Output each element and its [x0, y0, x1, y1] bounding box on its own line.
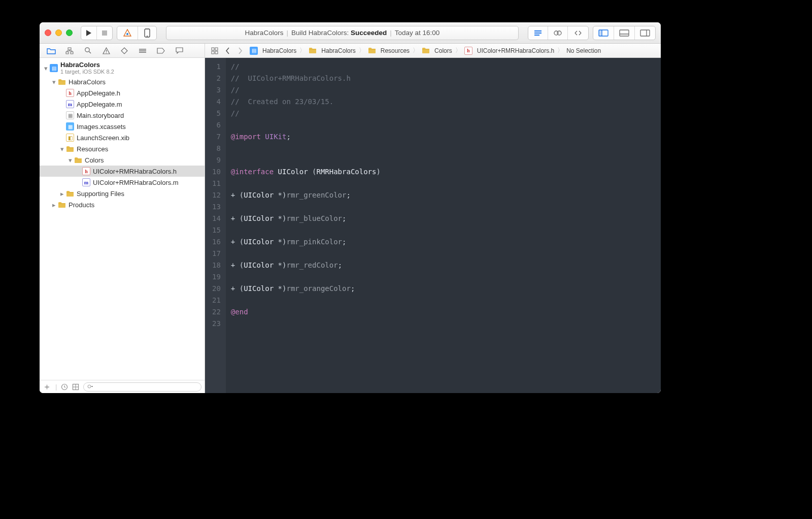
main-area: ▾▤HabraColors1 target, iOS SDK 8.2▾Habra… — [40, 58, 661, 393]
tree-row[interactable]: ▾HabraColors — [40, 76, 205, 87]
stop-button[interactable] — [96, 26, 112, 40]
code-line[interactable]: // Created on 23/03/15. — [231, 96, 381, 108]
zoom-button[interactable] — [66, 29, 73, 36]
find-navigator-tab[interactable] — [79, 44, 96, 57]
code-line[interactable]: // UIColor+RMRHabraColors.h — [231, 73, 381, 84]
disclosure-triangle[interactable]: ▸ — [51, 202, 57, 208]
related-items-button[interactable] — [209, 46, 220, 55]
breadcrumb-item[interactable]: HabraColors — [307, 47, 357, 55]
symbol-navigator-tab[interactable] — [61, 44, 78, 57]
breadcrumb-label: Colors — [434, 47, 452, 54]
tree-row[interactable]: ▸hAppDelegate.h — [40, 87, 205, 99]
code-line[interactable]: + (UIColor *)rmr_greenColor; — [231, 189, 381, 201]
code-line[interactable] — [231, 224, 381, 236]
code-area[interactable]: //// UIColor+RMRHabraColors.h//// Create… — [226, 58, 381, 393]
tree-label: Images.xcassets — [77, 123, 126, 131]
breadcrumb-item[interactable]: Colors — [420, 47, 454, 55]
tree-label: Colors — [85, 156, 104, 164]
tree-row[interactable]: ▸Products — [40, 199, 205, 210]
back-button[interactable] — [222, 46, 233, 55]
disclosure-triangle[interactable]: ▾ — [59, 146, 65, 152]
tree-row[interactable]: ▸▦Main.storyboard — [40, 110, 205, 121]
line-number: 21 — [212, 295, 221, 306]
scm-filter-button[interactable] — [72, 383, 79, 391]
right-panel-icon — [640, 29, 650, 37]
tree-row[interactable]: ▸mUIColor+RMRHabraColors.m — [40, 177, 205, 188]
scheme-app[interactable] — [117, 26, 138, 40]
tree-row[interactable]: ▾Colors — [40, 154, 205, 166]
minimize-button[interactable] — [55, 29, 62, 36]
run-button[interactable] — [81, 26, 96, 40]
tree-row[interactable]: ▸◧LaunchScreen.xib — [40, 132, 205, 143]
file-tree[interactable]: ▾▤HabraColors1 target, iOS SDK 8.2▾Habra… — [40, 58, 205, 380]
code-line[interactable]: @end — [231, 306, 381, 318]
code-line[interactable]: // — [231, 108, 381, 119]
disclosure-triangle[interactable]: ▾ — [51, 79, 57, 85]
diamond-icon — [121, 47, 128, 54]
forward-button[interactable] — [235, 46, 246, 55]
code-line[interactable] — [231, 248, 381, 260]
close-button[interactable] — [45, 29, 51, 36]
tree-row[interactable]: ▸hUIColor+RMRHabraColors.h — [40, 166, 205, 177]
line-number: 11 — [212, 178, 221, 189]
tree-row[interactable]: ▸▦Images.xcassets — [40, 121, 205, 132]
tree-row[interactable]: ▸mAppDelegate.m — [40, 99, 205, 110]
code-line[interactable] — [231, 201, 381, 213]
disclosure-triangle[interactable]: ▸ — [59, 190, 65, 197]
tree-label: HabraColors — [60, 61, 114, 69]
breadcrumb-item[interactable]: hUIColor+RMRHabraColors.h — [462, 47, 556, 55]
code-line[interactable]: + (UIColor *)rmr_pinkColor; — [231, 236, 381, 248]
project-navigator-tab[interactable] — [43, 44, 60, 57]
breadcrumb-item[interactable]: No Selection — [564, 47, 603, 54]
filter-field[interactable] — [83, 382, 201, 392]
code-line[interactable] — [231, 318, 381, 330]
breadcrumb-item[interactable]: ▤HabraColors — [248, 47, 298, 55]
version-editor-button[interactable] — [567, 26, 588, 40]
add-button[interactable]: ＋ — [43, 381, 51, 393]
tree-label: Resources — [77, 145, 108, 153]
activity-viewer[interactable]: HabraColors | Build HabraColors: Succeed… — [166, 26, 519, 40]
code-line[interactable]: @interface UIColor (RMRHabraColors) — [231, 166, 381, 178]
tree-label: AppDelegate.m — [77, 101, 122, 108]
code-line[interactable]: + (UIColor *)rmr_redColor; — [231, 260, 381, 271]
code-line[interactable] — [231, 119, 381, 131]
code-line[interactable] — [231, 154, 381, 166]
debug-navigator-tab[interactable] — [134, 44, 151, 57]
code-line[interactable] — [231, 178, 381, 189]
tree-label: Products — [69, 201, 94, 209]
code-line[interactable]: @import UIKit; — [231, 131, 381, 143]
breakpoint-navigator-tab[interactable] — [152, 44, 170, 57]
code-editor[interactable]: 1234567891011121314151617181920212223 //… — [205, 58, 661, 393]
test-navigator-tab[interactable] — [116, 44, 133, 57]
assistant-editor-button[interactable] — [548, 26, 567, 40]
tree-row[interactable]: ▾▤HabraColors1 target, iOS SDK 8.2 — [40, 60, 205, 76]
left-panel-toggle[interactable] — [593, 26, 614, 40]
bottom-panel-toggle[interactable] — [614, 26, 634, 40]
standard-editor-icon — [533, 29, 543, 37]
code-line[interactable]: // — [231, 84, 381, 96]
scheme-selector[interactable] — [117, 26, 157, 40]
scm-icon — [72, 383, 79, 391]
tree-label: Main.storyboard — [77, 112, 124, 119]
issue-navigator-tab[interactable] — [97, 44, 115, 57]
tree-row[interactable]: ▾Resources — [40, 143, 205, 154]
standard-editor-button[interactable] — [528, 26, 548, 40]
scheme-destination[interactable] — [138, 26, 156, 40]
code-line[interactable]: + (UIColor *)rmr_orangeColor; — [231, 283, 381, 295]
recent-filter-button[interactable] — [61, 383, 68, 391]
tree-row[interactable]: ▸Supporting Files — [40, 188, 205, 199]
disclosure-triangle[interactable]: ▾ — [43, 65, 49, 71]
code-line[interactable]: + (UIColor *)rmr_blueColor; — [231, 213, 381, 224]
svg-point-8 — [557, 31, 561, 35]
code-line[interactable] — [231, 271, 381, 283]
disclosure-triangle[interactable]: ▾ — [67, 157, 73, 163]
right-panel-toggle[interactable] — [634, 26, 655, 40]
code-line[interactable]: // — [231, 61, 381, 73]
panel-toggle-group — [593, 26, 656, 40]
breadcrumb-item[interactable]: Resources — [366, 47, 412, 55]
jump-bar: ▤HabraColors〉HabraColors〉Resources〉Color… — [205, 44, 661, 57]
report-navigator-tab[interactable] — [171, 44, 188, 57]
code-line[interactable] — [231, 295, 381, 306]
xcode-window: HabraColors | Build HabraColors: Succeed… — [40, 22, 661, 393]
code-line[interactable] — [231, 143, 381, 154]
